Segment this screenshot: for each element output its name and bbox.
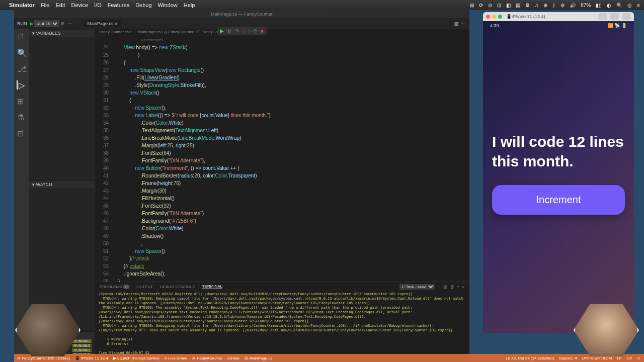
simulator-screen[interactable]: 4:39 📶 📡 🔋 I will code 12 lines this mon… <box>483 21 634 333</box>
debug-step-over-icon[interactable]: ↷ <box>235 28 239 34</box>
code-line[interactable]: .FontFamily("DIN Alternate"), <box>113 157 469 164</box>
code-line[interactable]: .Margin(left:25, right:25) <box>113 142 469 149</box>
menubar-battery[interactable]: 87% <box>581 3 591 8</box>
code-line[interactable]: .Shadow() <box>113 232 469 240</box>
menubar-tray-icon[interactable]: ⚙ <box>525 3 530 8</box>
debug-stop-icon[interactable]: ■ <box>260 28 263 34</box>
simulator-titlebar[interactable]: 📱 iPhone 11 (13.4) <box>483 12 634 21</box>
remote-icon[interactable]: ⊡ <box>17 129 26 138</box>
panel-tab-debug-console[interactable]: DEBUG CONSOLE <box>160 285 195 289</box>
code-line[interactable]: .Background("#725BF6") <box>113 217 469 225</box>
menu-window[interactable]: Window <box>158 2 178 8</box>
menu-device[interactable]: Device <box>71 2 88 8</box>
menubar-tray-icon[interactable]: ▤ <box>516 3 520 8</box>
status-eol[interactable]: LF <box>617 356 621 360</box>
menu-edit[interactable]: Edit <box>55 2 65 8</box>
code-line[interactable]: .IgnoreSafeArea(); <box>113 270 469 278</box>
maximize-panel-icon[interactable]: ^ <box>457 285 459 289</box>
split-terminal-icon[interactable]: ▥ <box>443 285 447 289</box>
status-device[interactable]: 📱 iPhone 11 13.4 <box>75 356 108 360</box>
screenshot-icon[interactable] <box>598 13 607 20</box>
source-control-icon[interactable]: ⎇ <box>17 64 26 73</box>
code-line[interactable]: }// vstack <box>113 255 469 262</box>
debug-step-into-icon[interactable]: ↓ <box>242 28 245 34</box>
status-encoding[interactable]: UTF-8 with BOM <box>582 356 612 360</box>
code-line[interactable]: new Spacer(), <box>113 104 469 112</box>
status-file[interactable]: ⊡ MainPage.cs <box>245 356 272 360</box>
code-line[interactable]: { <box>113 59 469 66</box>
close-tab-icon[interactable]: × <box>115 21 117 26</box>
menu-io[interactable]: I/O <box>94 2 102 8</box>
code-line[interactable]: .Fill(LinearGradient) <box>113 74 469 81</box>
split-editor-icon[interactable]: ▥ <box>454 21 459 26</box>
close-window-icon[interactable] <box>486 15 490 19</box>
code-editor[interactable]: 2425262728293031323334353637383940414243… <box>95 36 469 282</box>
code-line[interactable]: new Button("Increment", () => count.Valu… <box>113 164 469 172</box>
code-line[interactable]: .FontFamily("DIN Alternate") <box>113 210 469 217</box>
menubar-clock-icon[interactable]: ◐ <box>607 3 611 8</box>
menubar-volume-icon[interactable]: 🔊 <box>570 3 576 8</box>
code-line[interactable]: .Color(Color.White) <box>113 225 469 232</box>
explorer-icon[interactable]: 🗎 <box>17 32 26 41</box>
code-line[interactable]: { <box>113 97 469 104</box>
menubar-tray-icon[interactable]: ⊕ <box>543 3 547 8</box>
rotate-icon[interactable] <box>622 13 631 20</box>
panel-tab-output[interactable]: OUTPUT <box>136 285 153 289</box>
status-launch[interactable]: ▶ Launch (FancyCounter) <box>113 356 159 360</box>
run-config-select[interactable]: Launch <box>34 20 59 27</box>
menubar-siri-icon[interactable]: ◎ <box>627 3 632 8</box>
variables-section[interactable]: ▾ VARIABLES <box>29 29 95 37</box>
status-indent[interactable]: Spaces: 4 <box>559 356 577 360</box>
menubar-search-icon[interactable]: 🔍 <box>616 3 622 8</box>
menubar-tray-icon[interactable]: ⊙ <box>488 3 492 8</box>
ellipsis-icon[interactable]: ⋯ <box>67 21 72 26</box>
gear-icon[interactable]: ⚙ <box>60 21 64 26</box>
code-line[interactable]: .Margin(30) <box>113 187 469 195</box>
menubar-tray-icon[interactable]: ⟳ <box>479 3 483 8</box>
terminal-output[interactable]: /System.iOS/Facades/Microsoft.Win32.Regi… <box>95 291 469 357</box>
code-line[interactable]: .Frame(height:76) <box>113 179 469 187</box>
search-icon[interactable]: 🔍 <box>17 48 26 57</box>
code-line[interactable]: }// zstack <box>113 262 469 270</box>
code-line[interactable]: View body() => new ZStack( <box>113 44 469 51</box>
code-line[interactable]: } <box>113 278 469 282</box>
menu-features[interactable]: Features <box>108 2 129 8</box>
menu-help[interactable]: Help <box>184 2 195 8</box>
code-line[interactable]: .FontSize(64) <box>113 149 469 157</box>
menubar-tray-icon[interactable]: ◧ <box>506 3 511 8</box>
menubar-app-name[interactable]: Simulator <box>9 2 35 8</box>
run-start-icon[interactable]: ▶ <box>30 21 34 26</box>
code-line[interactable]: .Style(DrawingStyle.StrokeFill)), <box>113 81 469 89</box>
status-liveshare[interactable]: ⎋ Live Share <box>165 356 187 360</box>
code-line[interactable]: .RoundedBorder(radius:20, color:Color.Tr… <box>113 172 469 179</box>
new-terminal-icon[interactable]: + <box>438 285 440 289</box>
debug-pause-icon[interactable]: ⏸ <box>227 28 232 34</box>
zoom-window-icon[interactable] <box>498 15 502 19</box>
terminal-task-select[interactable]: 1: Task - build <box>399 284 435 290</box>
menu-file[interactable]: File <box>41 2 50 8</box>
menubar-tray-icon[interactable]: ⊡ <box>497 3 501 8</box>
panel-tab-problems[interactable]: PROBLEMS 0 <box>100 285 129 289</box>
code-line[interactable]: .Color(Color.White) <box>113 119 469 127</box>
run-debug-icon[interactable]: ▷ <box>17 80 26 89</box>
status-cursor[interactable]: Ln 28, Col 37 (14 selected) <box>506 356 554 360</box>
menubar-wifi-icon[interactable]: ⊚ <box>560 3 565 8</box>
status-feedback-icon[interactable]: ☺ <box>637 356 641 360</box>
code-line[interactable]: .LineBreakMode(LineBreakMode.WordWrap) <box>113 134 469 142</box>
status-language[interactable]: C# <box>627 356 632 360</box>
panel-tab-terminal[interactable]: TERMINAL <box>202 284 222 289</box>
debug-continue-icon[interactable]: ▶ <box>220 28 224 34</box>
test-icon[interactable]: ⚗ <box>17 113 26 122</box>
code-line[interactable]: .FontSize(32) <box>113 202 469 210</box>
extensions-icon[interactable]: ⊞ <box>17 97 26 106</box>
minimize-window-icon[interactable] <box>492 15 496 19</box>
debug-toolbar[interactable]: ▶ ⏸ ↷ ↓ ↑ ⟳ ■ <box>217 27 266 35</box>
code-line[interactable]: .TextAlignment(TextAlignment.Left) <box>113 127 469 134</box>
debug-restart-icon[interactable]: ⟳ <box>253 28 257 34</box>
close-panel-icon[interactable]: × <box>462 285 464 289</box>
menubar-bluetooth-icon[interactable]: ᛒ <box>552 3 555 8</box>
code-line[interactable]: new VStack() <box>113 89 469 97</box>
code-line[interactable]: new Spacer() <box>113 247 469 255</box>
debug-step-out-icon[interactable]: ↑ <box>248 28 250 34</box>
code-line[interactable]: new Label(() => $"I will code {count.Val… <box>113 112 469 119</box>
